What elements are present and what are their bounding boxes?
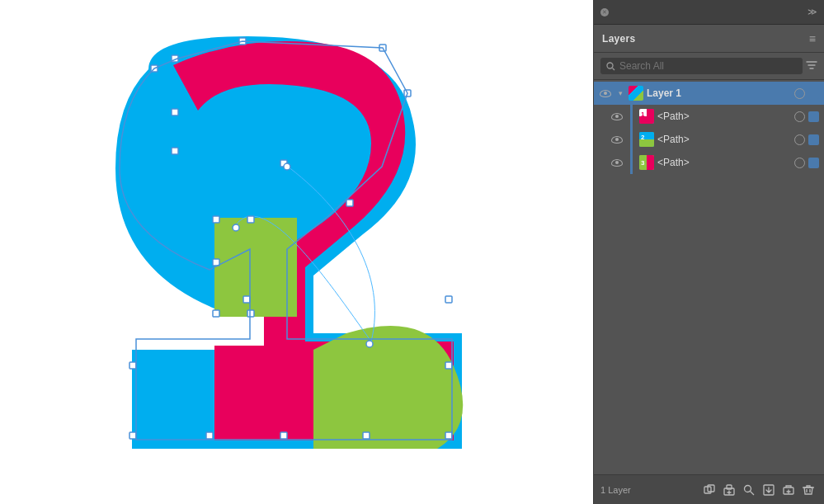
filter-icon[interactable] — [806, 59, 817, 73]
find-replace-button[interactable] — [740, 481, 758, 499]
svg-rect-6 — [172, 109, 178, 115]
layer-name-path2: <Path> — [657, 134, 791, 145]
layer-thumb-layer1 — [629, 86, 643, 101]
svg-rect-7 — [172, 148, 178, 154]
layers-panel: ✕ ≫ Layers ≡ ▾ Lay — [593, 0, 824, 504]
layers-list: ▾ Layer 1 1 <Path> — [594, 80, 824, 474]
visibility-toggle-path1[interactable] — [610, 110, 624, 123]
delete-selection-button[interactable] — [799, 481, 817, 499]
layer-name-path3: <Path> — [657, 157, 791, 168]
panel-titlebar: ✕ ≫ — [594, 0, 824, 25]
svg-rect-15 — [206, 432, 213, 439]
layer-color-box-layer1 — [808, 88, 819, 99]
expand-arrow-layer1[interactable]: ▾ — [615, 88, 625, 98]
layer-options-btn-path2[interactable] — [794, 134, 805, 145]
indent-line-path2 — [630, 128, 633, 151]
layer-thumb-path2: 2 — [639, 132, 654, 147]
panel-title: Layers — [602, 33, 636, 45]
svg-point-11 — [284, 163, 290, 170]
svg-rect-26 — [247, 310, 254, 317]
svg-rect-25 — [213, 310, 219, 317]
svg-rect-14 — [129, 432, 136, 439]
layer-color-box-path3 — [808, 158, 819, 168]
svg-line-43 — [751, 491, 755, 495]
indent-line-path1 — [630, 105, 633, 128]
make-clip-mask-button[interactable] — [700, 481, 718, 499]
svg-line-28 — [613, 68, 615, 70]
search-input-wrap — [600, 58, 803, 74]
layer-options-btn-layer1[interactable] — [794, 88, 805, 99]
panel-footer: 1 Layer — [594, 474, 824, 504]
svg-rect-13 — [129, 362, 136, 369]
panel-close-button[interactable]: ✕ — [600, 8, 609, 16]
panel-header: Layers ≡ — [594, 25, 824, 53]
footer-status: 1 Layer — [600, 485, 699, 495]
layer-controls-path3 — [794, 158, 819, 168]
svg-point-12 — [366, 341, 373, 347]
layer-color-box-path1 — [808, 111, 819, 122]
layer-controls-layer1 — [794, 88, 819, 99]
panel-collapse-button[interactable]: ≫ — [808, 7, 817, 17]
svg-text:3: 3 — [641, 159, 645, 167]
visibility-toggle-path3[interactable] — [610, 156, 624, 169]
layer-item-path1[interactable]: 1 <Path> — [594, 105, 824, 128]
layer-name-path1: <Path> — [657, 111, 791, 122]
svg-point-10 — [233, 224, 239, 231]
collect-for-export-button[interactable] — [760, 481, 778, 499]
svg-point-42 — [745, 485, 751, 492]
titlebar-left: ✕ — [600, 8, 609, 16]
layer-thumb-path1: 1 — [639, 109, 654, 124]
search-icon — [606, 62, 615, 71]
create-new-layer-button[interactable] — [779, 481, 798, 499]
svg-rect-36 — [647, 155, 654, 170]
search-bar — [594, 53, 824, 80]
canvas-area — [0, 0, 593, 504]
panel-menu-icon[interactable]: ≡ — [809, 32, 816, 45]
indent-line-path3 — [630, 151, 633, 174]
svg-rect-9 — [346, 200, 353, 206]
artwork-canvas — [82, 20, 511, 485]
svg-rect-16 — [280, 432, 287, 439]
layer-name-layer1: Layer 1 — [647, 87, 791, 99]
layer-item-layer1[interactable]: ▾ Layer 1 — [594, 82, 824, 105]
layer-controls-path1 — [794, 111, 819, 122]
create-new-sublayer-button[interactable] — [720, 481, 738, 499]
svg-rect-21 — [243, 296, 250, 303]
svg-rect-19 — [445, 362, 452, 369]
layer-options-btn-path3[interactable] — [794, 158, 805, 168]
svg-text:1: 1 — [641, 111, 645, 118]
layer-controls-path2 — [794, 134, 819, 145]
layer-options-btn-path1[interactable] — [794, 111, 805, 122]
visibility-toggle-path2[interactable] — [610, 133, 624, 146]
layer-thumb-path3: 3 — [639, 155, 654, 170]
svg-point-27 — [607, 63, 613, 68]
svg-rect-17 — [363, 432, 370, 439]
svg-rect-22 — [213, 216, 219, 223]
svg-text:2: 2 — [641, 134, 645, 141]
visibility-toggle-layer1[interactable] — [599, 87, 612, 100]
search-input[interactable] — [619, 60, 797, 72]
svg-rect-18 — [445, 432, 452, 439]
svg-rect-23 — [247, 216, 254, 223]
svg-rect-20 — [445, 296, 452, 303]
layer-item-path3[interactable]: 3 <Path> — [594, 151, 824, 174]
layer-color-box-path2 — [808, 134, 819, 145]
layer-item-path2[interactable]: 2 <Path> — [594, 128, 824, 151]
